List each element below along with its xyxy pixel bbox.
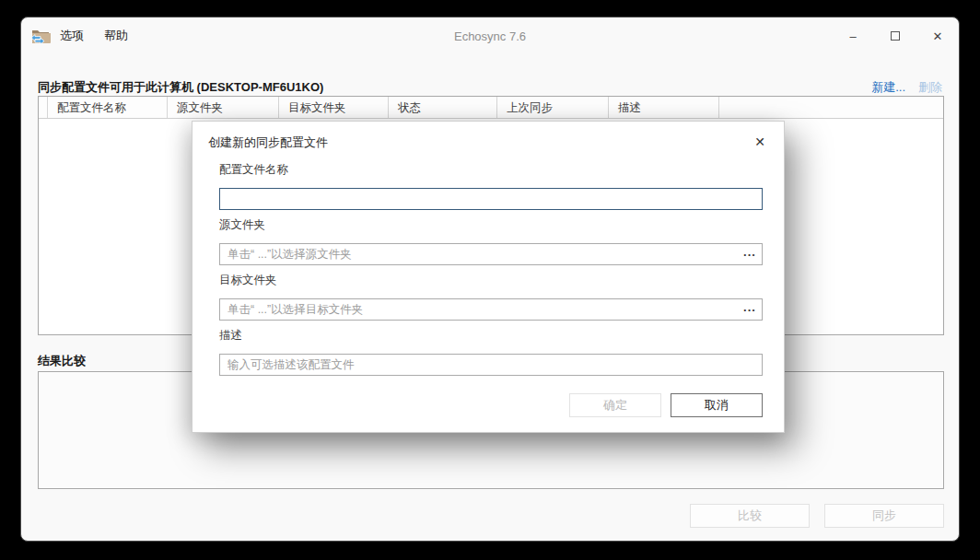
column-header-profile-name[interactable]: 配置文件名称 [48, 97, 168, 118]
profile-name-input[interactable] [219, 188, 763, 210]
titlebar: 选项 帮助 Echosync 7.6 – ✕ [21, 18, 959, 54]
sync-button[interactable]: 同步 [824, 504, 944, 528]
target-folder-browse-button[interactable]: ... [738, 299, 762, 320]
minimize-button[interactable]: – [832, 18, 874, 54]
delete-profile-link: 删除 [918, 79, 942, 96]
minimize-icon: – [849, 29, 856, 43]
maximize-icon [891, 31, 900, 41]
column-header-source-folder[interactable]: 源文件夹 [168, 97, 279, 118]
target-folder-label: 目标文件夹 [219, 273, 277, 288]
menu-options[interactable]: 选项 [60, 28, 84, 44]
column-header-status[interactable]: 状态 [389, 97, 497, 118]
menubar: 选项 帮助 [60, 18, 128, 54]
column-header-target-folder[interactable]: 目标文件夹 [279, 97, 389, 118]
cancel-button[interactable]: 取消 [671, 393, 763, 417]
close-icon: ✕ [754, 134, 765, 149]
profile-actions: 新建... 删除 [871, 79, 942, 96]
dialog-close-button[interactable]: ✕ [749, 131, 771, 153]
profile-name-label: 配置文件名称 [219, 162, 288, 178]
create-profile-dialog: 创建新的同步配置文件 ✕ 配置文件名称 源文件夹 ... 目标文件夹 ... 描… [192, 121, 785, 433]
new-profile-link[interactable]: 新建... [871, 79, 905, 96]
source-folder-input[interactable] [219, 243, 763, 265]
compare-button[interactable]: 比较 [690, 504, 810, 528]
column-header-spacer [719, 97, 943, 118]
description-input[interactable] [219, 354, 763, 376]
profiles-table-header: 配置文件名称 源文件夹 目标文件夹 状态 上次同步 描述 [39, 97, 943, 119]
ok-button: 确定 [569, 393, 661, 417]
window-title: Echosync 7.6 [21, 18, 959, 54]
close-icon: ✕ [933, 29, 943, 43]
app-logo-sync-folder-icon [30, 26, 51, 46]
menu-help[interactable]: 帮助 [104, 28, 128, 44]
column-header-description[interactable]: 描述 [609, 97, 719, 118]
column-header-last-sync[interactable]: 上次同步 [497, 97, 609, 118]
source-folder-browse-button[interactable]: ... [738, 244, 762, 264]
results-section-title: 结果比较 [38, 353, 86, 369]
description-label: 描述 [219, 328, 242, 344]
maximize-button[interactable] [874, 18, 916, 54]
column-header-selector[interactable] [39, 97, 48, 118]
close-button[interactable]: ✕ [916, 18, 959, 54]
source-folder-label: 源文件夹 [219, 217, 265, 233]
window-controls: – ✕ [832, 18, 959, 54]
dialog-title: 创建新的同步配置文件 [208, 134, 328, 151]
target-folder-input[interactable] [219, 298, 763, 321]
profiles-section-title: 同步配置文件可用于此计算机 (DESKTOP-MF6U1KO) [38, 79, 323, 96]
